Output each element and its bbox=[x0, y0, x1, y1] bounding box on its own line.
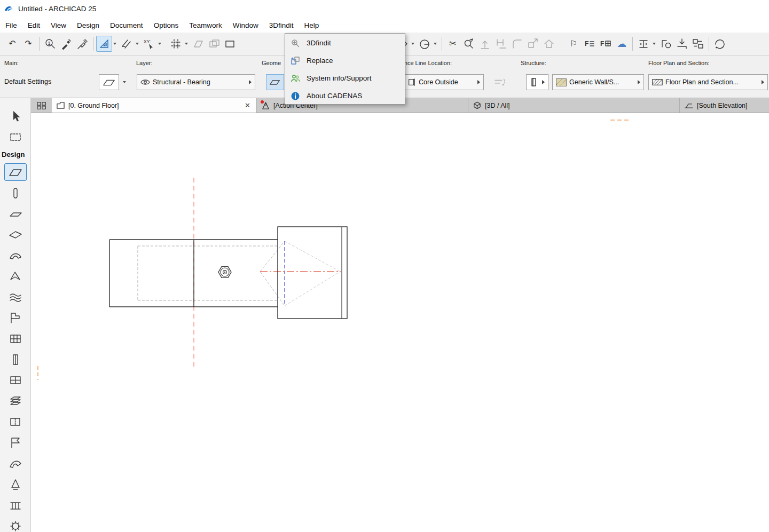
fillet-button[interactable] bbox=[509, 36, 525, 52]
quad-view-icon bbox=[36, 101, 47, 110]
beam-tool-icon bbox=[9, 228, 22, 242]
close-tab-icon[interactable]: ✕ bbox=[243, 101, 252, 109]
tab-ground-floor[interactable]: [0. Ground Floor] ✕ bbox=[52, 98, 257, 113]
grid-snap-dropdown-icon[interactable] bbox=[185, 43, 188, 45]
layer-value: Structural - Bearing bbox=[153, 78, 210, 86]
section-marker-dropdown-icon[interactable] bbox=[653, 43, 656, 45]
tool-wall[interactable] bbox=[4, 163, 27, 181]
trim-button[interactable] bbox=[493, 36, 509, 52]
swap-elements-button[interactable] bbox=[690, 36, 706, 52]
menu-view[interactable]: View bbox=[45, 19, 72, 32]
tool-column[interactable] bbox=[3, 182, 28, 203]
menu-3dfindit[interactable]: 3Dfindit bbox=[264, 19, 299, 32]
guide-lines-button[interactable] bbox=[96, 36, 112, 52]
inject-parameters-button[interactable] bbox=[74, 36, 90, 52]
tab-label: [South Elevation] bbox=[697, 102, 748, 109]
menu-item-about-cadenas[interactable]: About CADENAS bbox=[285, 87, 405, 105]
snap-guides-button[interactable] bbox=[119, 36, 135, 52]
menu-item-label: About CADENAS bbox=[307, 92, 362, 100]
tool-shell[interactable] bbox=[3, 245, 28, 266]
undo-button[interactable]: ↶ bbox=[4, 36, 20, 52]
menu-options[interactable]: Options bbox=[148, 19, 184, 32]
tool-skylight[interactable] bbox=[3, 391, 28, 411]
incline-lines-icon bbox=[120, 37, 133, 50]
tool-lamp[interactable] bbox=[3, 474, 28, 495]
adjust-button[interactable] bbox=[461, 36, 477, 52]
trace-reference-button[interactable] bbox=[206, 36, 222, 52]
geometry-method-button[interactable] bbox=[266, 74, 284, 90]
split-button[interactable]: ✂ bbox=[445, 36, 461, 52]
detail-marker-button[interactable] bbox=[658, 36, 674, 52]
circle-geometry-dropdown-icon[interactable] bbox=[434, 43, 437, 45]
menubar: File Edit View Design Document Options T… bbox=[0, 18, 769, 33]
coordinate-input-button[interactable]: XY: bbox=[141, 36, 157, 52]
menu-edit[interactable]: Edit bbox=[22, 19, 45, 32]
menu-file[interactable]: File bbox=[0, 19, 22, 32]
tool-arrow[interactable] bbox=[3, 106, 28, 126]
tool-slab[interactable] bbox=[3, 203, 28, 224]
tool-mesh[interactable] bbox=[3, 287, 28, 307]
reference-line-field[interactable]: Core Outside bbox=[404, 74, 484, 90]
guide-lines-dropdown-icon[interactable] bbox=[113, 43, 116, 45]
structure-type-button[interactable] bbox=[526, 74, 548, 90]
tool-morph[interactable] bbox=[3, 453, 28, 474]
tool-object[interactable] bbox=[3, 515, 28, 532]
menu-document[interactable]: Document bbox=[105, 19, 148, 32]
menu-item-replace[interactable]: Replace bbox=[285, 52, 405, 69]
tool-marquee[interactable] bbox=[3, 126, 28, 147]
menu-item-system-info[interactable]: System info/Support bbox=[285, 69, 405, 87]
section-marker-button[interactable] bbox=[635, 36, 652, 52]
composite-field[interactable]: Generic Wall/S... bbox=[552, 74, 644, 90]
navigator-popup-button[interactable] bbox=[31, 98, 52, 113]
door-tool-icon bbox=[9, 353, 22, 367]
flip-reference-button[interactable] bbox=[490, 74, 511, 90]
floor-plan-display-field[interactable]: Floor Plan and Section... bbox=[648, 74, 768, 90]
circle-geometry-button[interactable] bbox=[417, 36, 433, 52]
coordinate-input-dropdown-icon[interactable] bbox=[158, 43, 161, 45]
menu-item-3dfindit[interactable]: 3Dfindit bbox=[285, 34, 405, 52]
menu-help[interactable]: Help bbox=[299, 19, 324, 32]
tool-beam[interactable] bbox=[3, 224, 28, 245]
marquee-mode-button[interactable] bbox=[222, 36, 238, 52]
tool-zone[interactable] bbox=[3, 432, 28, 453]
elevate-button[interactable] bbox=[477, 36, 493, 52]
tool-curtain-wall[interactable] bbox=[3, 328, 28, 349]
layer-field[interactable]: Structural - Bearing bbox=[137, 74, 255, 90]
tool-window[interactable] bbox=[3, 370, 28, 391]
toolbox-section-design[interactable]: Design bbox=[0, 147, 25, 162]
menu-teamwork[interactable]: Teamwork bbox=[184, 19, 227, 32]
wall-default-settings-button[interactable] bbox=[99, 74, 119, 90]
favorites-button[interactable]: F bbox=[582, 36, 598, 52]
menu-window[interactable]: Window bbox=[227, 19, 264, 32]
flag-icon: ⚐ bbox=[570, 39, 577, 48]
redo-button[interactable]: ↷ bbox=[20, 36, 36, 52]
tool-door[interactable] bbox=[3, 349, 28, 370]
wall-settings-dropdown-icon[interactable] bbox=[123, 81, 126, 83]
rotated-rectangle-dropdown-icon[interactable] bbox=[411, 43, 414, 45]
resize-button[interactable] bbox=[525, 36, 541, 52]
publish-button[interactable]: ☁ bbox=[614, 36, 630, 52]
place-on-story-button[interactable] bbox=[674, 36, 690, 52]
roof-tool-icon bbox=[9, 269, 22, 283]
layer-section-label: Layer: bbox=[136, 60, 153, 66]
tab-south-elevation[interactable]: [South Elevation] bbox=[680, 98, 769, 113]
zoom-original-button[interactable]: 1 bbox=[42, 36, 58, 52]
tool-opening[interactable] bbox=[3, 411, 28, 432]
toolbar-separator bbox=[632, 37, 633, 51]
tool-railing[interactable] bbox=[3, 495, 28, 515]
skew-button[interactable] bbox=[190, 36, 206, 52]
snap-guides-dropdown-icon[interactable] bbox=[136, 43, 139, 45]
drawing-canvas[interactable] bbox=[31, 113, 769, 532]
rotate-view-button[interactable] bbox=[712, 36, 728, 52]
tool-stair[interactable] bbox=[3, 307, 28, 328]
pick-up-parameters-button[interactable] bbox=[58, 36, 74, 52]
flag-marker-button[interactable]: ⚐ bbox=[566, 36, 582, 52]
wall-section-icon bbox=[530, 77, 538, 87]
menu-design[interactable]: Design bbox=[72, 19, 105, 32]
tab-3d-all[interactable]: [3D / All] bbox=[468, 98, 680, 113]
go-to-story-button[interactable] bbox=[541, 36, 557, 52]
tool-roof[interactable] bbox=[3, 266, 28, 287]
favorites-palette-button[interactable]: F bbox=[598, 36, 614, 52]
grid-snap-button[interactable] bbox=[168, 36, 184, 52]
trace-sheets-icon bbox=[208, 37, 221, 50]
